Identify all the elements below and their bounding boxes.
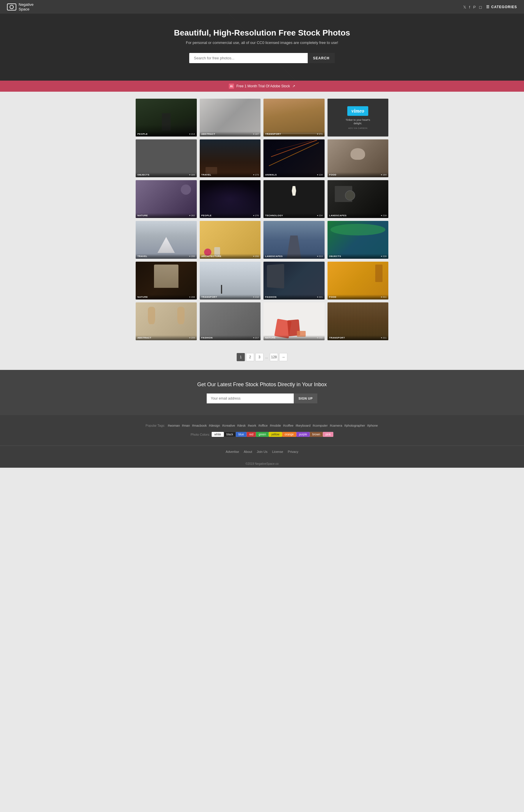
tag-link[interactable]: #man bbox=[182, 424, 190, 427]
hero-subtitle: For personal or commercial use, all of o… bbox=[6, 40, 518, 45]
photo-card[interactable]: LANDSCAPES 218 bbox=[327, 180, 389, 218]
categories-button[interactable]: ☰ CATEGORIES bbox=[486, 5, 517, 9]
photo-card[interactable]: NATURE 208 bbox=[136, 262, 197, 299]
photo-card[interactable]: OBJECTS 184 bbox=[136, 139, 197, 177]
photo-card[interactable]: FASHION 221 bbox=[263, 262, 325, 299]
photo-card[interactable]: ANIMALS 134 bbox=[263, 139, 325, 177]
page-1-button[interactable]: 1 bbox=[237, 353, 245, 361]
tag-link[interactable]: #photographer bbox=[344, 424, 365, 427]
photo-colors-label: Photo Colors: bbox=[191, 433, 210, 436]
tag-link[interactable]: #mobile bbox=[270, 424, 281, 427]
swatch-green[interactable]: green bbox=[256, 432, 269, 437]
photo-category: TRANSPORT bbox=[329, 336, 345, 339]
tag-link[interactable]: #woman bbox=[168, 424, 180, 427]
signup-button[interactable]: SIGN UP bbox=[294, 394, 317, 403]
photo-overlay: TRAVEL 173 bbox=[200, 172, 261, 177]
photo-card[interactable]: TRAVEL 173 bbox=[200, 139, 261, 177]
footer-link-privacy[interactable]: Privacy bbox=[288, 450, 298, 453]
photo-overlay: PEOPLE 213 bbox=[136, 132, 197, 136]
ad-banner[interactable]: Ai Free 1 Month Trial Of Adobe Stock ↗ bbox=[0, 81, 524, 92]
logo-icon bbox=[7, 3, 16, 11]
swatch-pink[interactable]: pink bbox=[323, 432, 333, 437]
swatch-purple[interactable]: purple bbox=[296, 432, 310, 437]
swatch-brown[interactable]: brown bbox=[310, 432, 323, 437]
tag-link[interactable]: #creative bbox=[222, 424, 235, 427]
photo-card[interactable]: NATURE 282 bbox=[136, 180, 197, 218]
photo-overlay: FASHION 217 bbox=[200, 335, 261, 340]
photo-card[interactable]: ARCHITECTURE 208 bbox=[200, 221, 261, 259]
page-2-button[interactable]: 2 bbox=[246, 353, 254, 361]
photo-category: FOOD bbox=[329, 296, 337, 298]
footer-link-join us[interactable]: Join Us bbox=[257, 450, 267, 453]
page-ellipsis: ... bbox=[265, 353, 269, 361]
swatch-yellow[interactable]: yellow bbox=[269, 432, 282, 437]
twitter-icon[interactable]: 𝕏 bbox=[463, 5, 466, 9]
search-button[interactable]: SEARCH bbox=[308, 53, 335, 63]
facebook-icon[interactable]: f bbox=[469, 5, 470, 9]
photo-card[interactable]: ABSTRACT 187 bbox=[200, 99, 261, 136]
footer-link-about[interactable]: About bbox=[244, 450, 252, 453]
next-page-button[interactable]: → bbox=[279, 353, 287, 361]
photo-category: ABSTRACT bbox=[137, 336, 151, 339]
instagram-icon[interactable]: ◻ bbox=[479, 5, 482, 9]
swatch-red[interactable]: red bbox=[247, 432, 256, 437]
photo-card[interactable]: vimeo Tinker to your heart'sdelight. ADS… bbox=[327, 99, 389, 136]
photo-overlay: TRANSPORT 172 bbox=[263, 132, 325, 136]
search-input[interactable] bbox=[189, 53, 308, 63]
photo-category: TRAVEL bbox=[201, 173, 211, 176]
swatch-white[interactable]: white bbox=[212, 432, 224, 437]
photo-card[interactable]: FASHION 217 bbox=[200, 302, 261, 340]
photo-card[interactable]: PEOPLE 276 bbox=[200, 180, 261, 218]
photo-card[interactable]: FOOD 164 bbox=[327, 139, 389, 177]
photo-category: PEOPLE bbox=[137, 133, 148, 135]
logo[interactable]: Negative Space bbox=[7, 2, 33, 11]
tag-link[interactable]: #design bbox=[209, 424, 220, 427]
pinterest-icon[interactable]: P bbox=[473, 5, 476, 9]
photo-count: 164 bbox=[381, 173, 387, 176]
photo-overlay: OBJECTS 228 bbox=[327, 254, 389, 259]
photo-card[interactable]: LANDSCAPES 213 bbox=[263, 221, 325, 259]
tag-link[interactable]: #desk bbox=[237, 424, 246, 427]
photo-count: 187 bbox=[253, 133, 259, 135]
photo-card[interactable]: TECHNOLOGY 234 bbox=[263, 180, 325, 218]
email-form: SIGN UP bbox=[207, 394, 317, 403]
photo-grid: PEOPLE 213 ABSTRACT 187 TRANSPORT 172 vi… bbox=[136, 99, 388, 340]
photo-card[interactable]: TRANSPORT 172 bbox=[263, 99, 325, 136]
footer-copyright: ©2019 NegativeSpace.co bbox=[0, 460, 524, 468]
site-header: Negative Space 𝕏 f P ◻ ☰ CATEGORIES bbox=[0, 0, 524, 14]
tag-link[interactable]: #work bbox=[248, 424, 256, 427]
photo-card[interactable]: TRANSPORT 211 bbox=[327, 302, 389, 340]
footer-link-advertise[interactable]: Advertise bbox=[226, 450, 239, 453]
color-swatches: Photo Colors: whiteblackblueredgreenyell… bbox=[6, 432, 518, 437]
email-input[interactable] bbox=[207, 394, 294, 403]
swatch-blue[interactable]: blue bbox=[236, 432, 247, 437]
swatch-black[interactable]: black bbox=[224, 432, 236, 437]
page-3-button[interactable]: 3 bbox=[255, 353, 263, 361]
photo-card[interactable]: ABSTRACT 209 bbox=[136, 302, 197, 340]
footer-link-license[interactable]: License bbox=[272, 450, 283, 453]
swatch-orange[interactable]: orange bbox=[282, 432, 296, 437]
photo-overlay: FOOD 211 bbox=[327, 295, 389, 299]
photo-card[interactable]: TRAVEL 206 bbox=[136, 221, 197, 259]
tag-link[interactable]: #macbook bbox=[192, 424, 207, 427]
photo-card[interactable]: TRANSPORT 218 bbox=[200, 262, 261, 299]
tag-link[interactable]: #coffee bbox=[283, 424, 293, 427]
footer-links: AdvertiseAboutJoin UsLicensePrivacy bbox=[0, 446, 524, 460]
logo-line1: Negative bbox=[19, 2, 33, 7]
tag-link[interactable]: #office bbox=[258, 424, 267, 427]
photo-overlay: TRANSPORT 211 bbox=[327, 335, 389, 340]
tag-link[interactable]: #computer bbox=[313, 424, 328, 427]
photo-card[interactable]: FOOD 211 bbox=[327, 262, 389, 299]
tag-link[interactable]: #phone bbox=[367, 424, 378, 427]
footer-links-container: AdvertiseAboutJoin UsLicensePrivacy bbox=[223, 449, 300, 454]
photo-count: 211 bbox=[381, 336, 387, 339]
photo-category: OBJECTS bbox=[329, 255, 341, 258]
photo-card[interactable]: PEOPLE 213 bbox=[136, 99, 197, 136]
logo-line2: Space bbox=[19, 7, 33, 12]
page-last-button[interactable]: 128 bbox=[270, 353, 278, 361]
photo-card[interactable]: OBJECTS 228 bbox=[327, 221, 389, 259]
tag-link[interactable]: #camera bbox=[330, 424, 342, 427]
photo-card[interactable]: NATURE 292 bbox=[263, 302, 325, 340]
tag-link[interactable]: #keyboard bbox=[295, 424, 310, 427]
photo-count: 208 bbox=[189, 296, 195, 298]
